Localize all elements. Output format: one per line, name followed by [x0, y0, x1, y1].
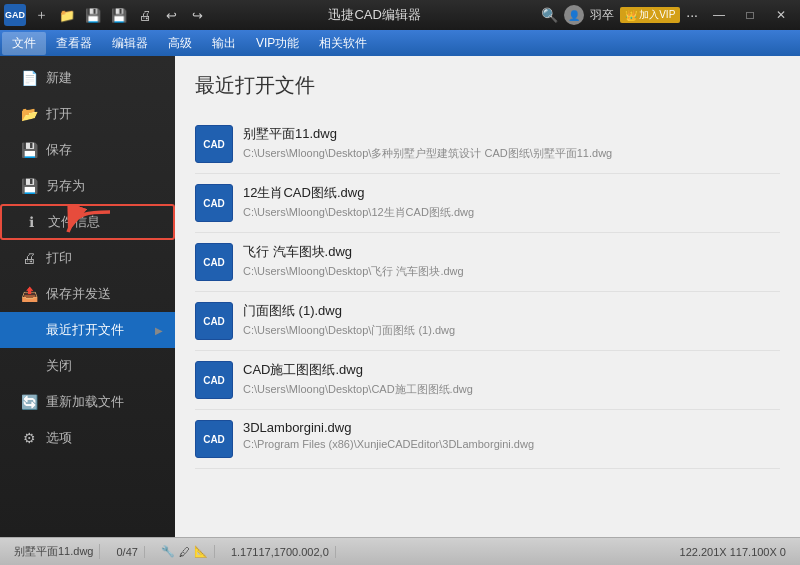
file-name-6: 3DLamborgini.dwg [243, 420, 780, 435]
status-icon-3: 📐 [194, 545, 208, 558]
sidebar-item-new[interactable]: 📄 新建 [0, 60, 175, 96]
status-icons: 🔧 🖊 📐 [155, 545, 215, 558]
sidebar-reload-label: 重新加载文件 [46, 393, 124, 411]
print-icon: 🖨 [20, 249, 38, 267]
file-info-3: 飞行 汽车图块.dwg C:\Users\Mloong\Desktop\飞行 汽… [243, 243, 780, 279]
file-item-6[interactable]: CAD 3DLamborgini.dwg C:\Program Files (x… [195, 410, 780, 469]
file-name-5: CAD施工图图纸.dwg [243, 361, 780, 379]
status-bar: 别墅平面11.dwg 0/47 🔧 🖊 📐 1.17117,1700.002,0… [0, 537, 800, 565]
file-info-1: 别墅平面11.dwg C:\Users\Mloong\Desktop\多种别墅户… [243, 125, 780, 161]
toolbar-save[interactable]: 💾 [82, 4, 104, 26]
file-path-3: C:\Users\Mloong\Desktop\飞行 汽车图块.dwg [243, 264, 780, 279]
menu-item-advanced[interactable]: 高级 [158, 32, 202, 55]
saveas-icon: 💾 [20, 177, 38, 195]
maximize-button[interactable]: □ [735, 4, 765, 26]
file-path-6: C:\Program Files (x86)\XunjieCADEditor\3… [243, 438, 780, 450]
file-info-4: 门面图纸 (1).dwg C:\Users\Mloong\Desktop\门面图… [243, 302, 780, 338]
close-button[interactable]: ✕ [766, 4, 796, 26]
sidebar-options-label: 选项 [46, 429, 72, 447]
file-thumb-1: CAD [195, 125, 233, 163]
file-path-4: C:\Users\Mloong\Desktop\门面图纸 (1).dwg [243, 323, 780, 338]
main-layout: 📄 新建 📂 打开 💾 保存 💾 另存为 ℹ 文件信息 🖨 打印 📤 保存并发送 [0, 56, 800, 537]
sidebar-open-label: 打开 [46, 105, 72, 123]
title-bar: GAD ＋ 📁 💾 💾 🖨 ↩ ↪ 迅捷CAD编辑器 🔍 👤 羽卒 👑 加入VI… [0, 0, 800, 30]
file-info-2: 12生肖CAD图纸.dwg C:\Users\Mloong\Desktop\12… [243, 184, 780, 220]
menu-item-vip[interactable]: VIP功能 [246, 32, 309, 55]
app-title: 迅捷CAD编辑器 [208, 6, 541, 24]
file-thumb-6: CAD [195, 420, 233, 458]
sidebar-item-reload[interactable]: 🔄 重新加载文件 [0, 384, 175, 420]
toolbar-redo[interactable]: ↪ [186, 4, 208, 26]
file-name-3: 飞行 汽车图块.dwg [243, 243, 780, 261]
file-thumb-4: CAD [195, 302, 233, 340]
vip-label: 加入VIP [639, 8, 675, 22]
savesend-icon: 📤 [20, 285, 38, 303]
reload-icon: 🔄 [20, 393, 38, 411]
file-item-4[interactable]: CAD 门面图纸 (1).dwg C:\Users\Mloong\Desktop… [195, 292, 780, 351]
menu-item-file[interactable]: 文件 [2, 32, 46, 55]
more-label[interactable]: ··· [686, 7, 698, 23]
status-info: 122.201X 117.100X 0 [674, 546, 792, 558]
sidebar-item-savesend[interactable]: 📤 保存并发送 [0, 276, 175, 312]
menu-bar: 文件 查看器 编辑器 高级 输出 VIP功能 相关软件 [0, 30, 800, 56]
sidebar-item-save[interactable]: 💾 保存 [0, 132, 175, 168]
sidebar-item-options[interactable]: ⚙ 选项 [0, 420, 175, 456]
sidebar-close-label: 关闭 [46, 357, 72, 375]
file-thumb-2: CAD [195, 184, 233, 222]
file-thumb-3: CAD [195, 243, 233, 281]
close-file-icon [20, 357, 38, 375]
crown-icon: 👑 [625, 10, 637, 21]
sidebar-item-print[interactable]: 🖨 打印 [0, 240, 175, 276]
sidebar-item-open[interactable]: 📂 打开 [0, 96, 175, 132]
file-info-5: CAD施工图图纸.dwg C:\Users\Mloong\Desktop\CAD… [243, 361, 780, 397]
fileinfo-icon: ℹ [22, 213, 40, 231]
menu-item-output[interactable]: 输出 [202, 32, 246, 55]
window-controls: — □ ✕ [704, 4, 796, 26]
toolbar-new[interactable]: ＋ [30, 4, 52, 26]
toolbar-save2[interactable]: 💾 [108, 4, 130, 26]
file-item-2[interactable]: CAD 12生肖CAD图纸.dwg C:\Users\Mloong\Deskto… [195, 174, 780, 233]
file-name-4: 门面图纸 (1).dwg [243, 302, 780, 320]
sidebar-item-close[interactable]: 关闭 [0, 348, 175, 384]
toolbar-print[interactable]: 🖨 [134, 4, 156, 26]
toolbar-undo[interactable]: ↩ [160, 4, 182, 26]
file-item-5[interactable]: CAD CAD施工图图纸.dwg C:\Users\Mloong\Desktop… [195, 351, 780, 410]
app-icon: GAD [4, 4, 26, 26]
file-list: CAD 别墅平面11.dwg C:\Users\Mloong\Desktop\多… [195, 115, 780, 469]
sidebar-saveas-label: 另存为 [46, 177, 85, 195]
options-icon: ⚙ [20, 429, 38, 447]
file-path-1: C:\Users\Mloong\Desktop\多种别墅户型建筑设计 CAD图纸… [243, 146, 780, 161]
menu-item-viewer[interactable]: 查看器 [46, 32, 102, 55]
sidebar-fileinfo-label: 文件信息 [48, 213, 100, 231]
sidebar-item-recent[interactable]: 最近打开文件 ▶ [0, 312, 175, 348]
sidebar-new-label: 新建 [46, 69, 72, 87]
file-name-2: 12生肖CAD图纸.dwg [243, 184, 780, 202]
user-avatar: 👤 [564, 5, 584, 25]
file-path-5: C:\Users\Mloong\Desktop\CAD施工图图纸.dwg [243, 382, 780, 397]
status-filename: 别墅平面11.dwg [8, 544, 100, 559]
sidebar-recent-label: 最近打开文件 [46, 321, 124, 339]
toolbar-open[interactable]: 📁 [56, 4, 78, 26]
file-item-1[interactable]: CAD 别墅平面11.dwg C:\Users\Mloong\Desktop\多… [195, 115, 780, 174]
title-extras: 🔍 👤 羽卒 👑 加入VIP ··· — □ ✕ [541, 4, 796, 26]
vip-badge[interactable]: 👑 加入VIP [620, 7, 680, 23]
content-area: 最近打开文件 CAD 别墅平面11.dwg C:\Users\Mloong\De… [175, 56, 800, 537]
sidebar-item-fileinfo[interactable]: ℹ 文件信息 [0, 204, 175, 240]
recent-arrow: ▶ [155, 325, 163, 336]
status-icon-1: 🔧 [161, 545, 175, 558]
file-info-6: 3DLamborgini.dwg C:\Program Files (x86)\… [243, 420, 780, 450]
title-bar-left: GAD ＋ 📁 💾 💾 🖨 ↩ ↪ [4, 4, 208, 26]
sidebar: 📄 新建 📂 打开 💾 保存 💾 另存为 ℹ 文件信息 🖨 打印 📤 保存并发送 [0, 56, 175, 537]
sidebar-print-label: 打印 [46, 249, 72, 267]
minimize-button[interactable]: — [704, 4, 734, 26]
open-icon: 📂 [20, 105, 38, 123]
menu-item-editor[interactable]: 编辑器 [102, 32, 158, 55]
file-item-3[interactable]: CAD 飞行 汽车图块.dwg C:\Users\Mloong\Desktop\… [195, 233, 780, 292]
file-name-1: 别墅平面11.dwg [243, 125, 780, 143]
sidebar-savesend-label: 保存并发送 [46, 285, 111, 303]
sidebar-item-saveas[interactable]: 💾 另存为 [0, 168, 175, 204]
new-icon: 📄 [20, 69, 38, 87]
menu-item-related[interactable]: 相关软件 [309, 32, 377, 55]
search-icon[interactable]: 🔍 [541, 7, 558, 23]
content-title: 最近打开文件 [195, 72, 780, 99]
